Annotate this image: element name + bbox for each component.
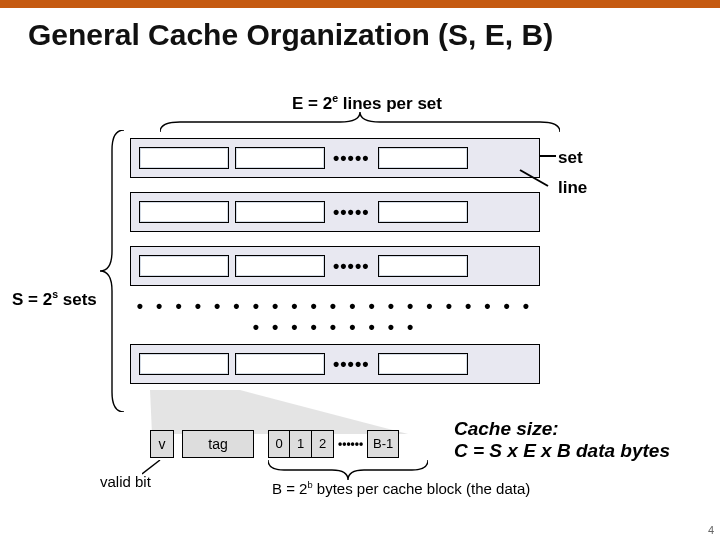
- data-byte-cell: 2: [312, 430, 334, 458]
- sets-area: ••••• ••••• ••••• • • • • • • • • • • • …: [130, 138, 550, 398]
- cache-size-line1: Cache size:: [454, 418, 559, 439]
- ellipsis-icon: •••••: [333, 354, 370, 375]
- cache-line-cell: [378, 353, 468, 375]
- line-callout-connector: [520, 170, 556, 188]
- cache-line-cell: [139, 147, 229, 169]
- cache-line-cell: [235, 353, 325, 375]
- svg-marker-0: [150, 390, 408, 434]
- cache-line-cell: [378, 147, 468, 169]
- cache-line-cell: [235, 201, 325, 223]
- cache-line-cell: [378, 201, 468, 223]
- cache-line-cell: [235, 147, 325, 169]
- b-brace: [268, 460, 428, 480]
- valid-bit-label: valid bit: [100, 473, 151, 490]
- validbit-connector: [142, 460, 164, 474]
- ellipsis-icon: •••••: [333, 202, 370, 223]
- cache-size-line2: C = S x E x B data bytes: [454, 440, 670, 461]
- data-byte-cell: 1: [290, 430, 312, 458]
- set-callout: set: [558, 148, 583, 168]
- set-callout-line: [540, 155, 556, 157]
- b-label: B = 2b bytes per cache block (the data): [272, 480, 530, 497]
- top-accent-bar: [0, 0, 720, 8]
- s-label: S = 2s sets: [12, 288, 97, 310]
- cache-line-cell: [139, 255, 229, 277]
- data-block: 0 1 2 •••••• B-1: [268, 430, 399, 458]
- ellipsis-icon: •••••: [333, 256, 370, 277]
- ellipsis-icon: ••••••: [334, 437, 367, 451]
- page-number: 4: [708, 524, 714, 536]
- cache-size-note: Cache size: C = S x E x B data bytes: [454, 418, 670, 462]
- cache-line-cell: [235, 255, 325, 277]
- cache-line-cell: [139, 201, 229, 223]
- cache-line-cell: [378, 255, 468, 277]
- set-row: •••••: [130, 246, 540, 286]
- data-byte-cell: 0: [268, 430, 290, 458]
- left-brace: [98, 130, 126, 412]
- valid-bit-cell: v: [150, 430, 174, 458]
- tag-cell: tag: [182, 430, 254, 458]
- ellipsis-row: • • • • • • • • • • • • • • • • • • • • …: [130, 296, 540, 338]
- set-row: •••••: [130, 138, 540, 178]
- set-row: •••••: [130, 192, 540, 232]
- data-byte-last-cell: B-1: [367, 430, 399, 458]
- set-row: •••••: [130, 344, 540, 384]
- cache-line-cell: [139, 353, 229, 375]
- top-brace: [160, 112, 560, 134]
- slide-title: General Cache Organization (S, E, B): [28, 18, 553, 52]
- line-callout: line: [558, 178, 587, 198]
- line-detail: v tag 0 1 2 •••••• B-1: [150, 430, 399, 458]
- e-label: E = 2e lines per set: [292, 92, 442, 114]
- ellipsis-icon: •••••: [333, 148, 370, 169]
